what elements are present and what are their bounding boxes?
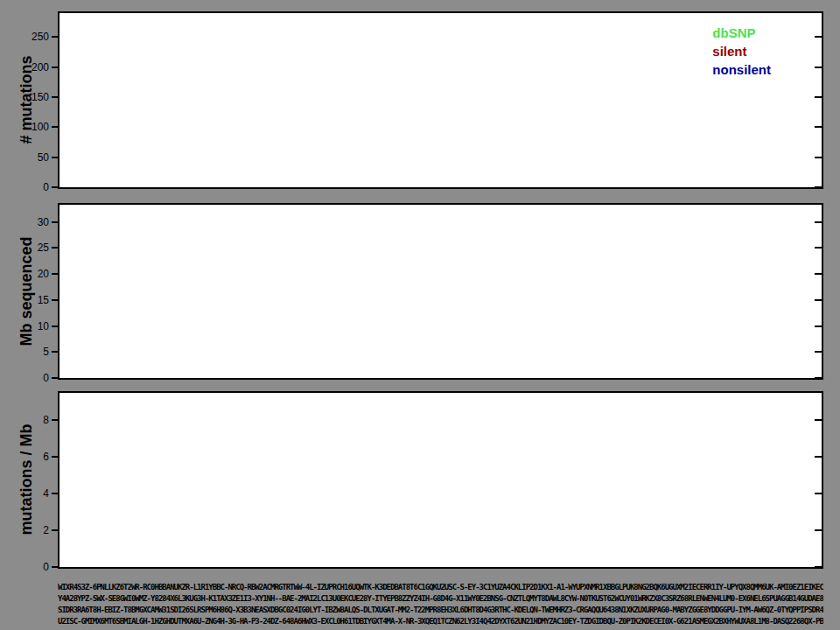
y-tick-mark [52,126,59,128]
y-tick-mark [815,96,822,98]
y-tick-mark [815,221,822,223]
y-tick-mark [815,126,822,128]
y-tick-mark [815,186,822,188]
y-tick-label: 0 [16,561,49,573]
y-tick-mark [52,273,59,275]
y-tick-mark [52,493,59,494]
y-tick-mark [52,157,59,158]
x-label-row: Y4A28YPZ-SWX-SE8GWI0WMZ-Y8284X6L3KUG3H-K… [58,594,823,604]
y-tick-label: 8 [16,414,49,426]
y-tick-label: 200 [16,61,49,74]
x-label-row: U2ISC-GMIMX6MT6SBMIALGH-1HZGHDUTMXA6U-ZN… [58,617,823,626]
y-tick-mark [52,66,59,68]
y-tick-label: 0 [16,372,49,384]
mutation-rate-bars [60,393,822,567]
legend-item-dbsnp: dbSNP [712,24,771,42]
y-tick-label: 25 [16,242,49,254]
y-tick-mark [815,351,822,353]
figure-canvas: # mutations Mb sequenced mutations / Mb … [0,0,840,630]
y-tick-mark [52,299,59,301]
x-label-row: WIXR4S3Z-6PNLLKZ6T2WR-RC0HBBANUKZR-L1R1Y… [58,583,823,592]
y-tick-mark [52,566,59,568]
y-tick-mark [815,326,822,327]
mutations-bars [60,13,822,187]
x-label-row: SIDR3RA6T8H-EBIZ-T8BMGXCAMW31SDI26SLRSPM… [58,606,823,615]
y-tick-mark [815,157,822,158]
y-tick-mark [815,66,822,68]
y-tick-label: 10 [16,320,49,332]
y-tick-mark [52,419,59,421]
y-tick-label: 15 [16,294,49,306]
x-tick-labels-illegible: WIXR4S3Z-6PNLLKZ6T2WR-RC0HBBANUKZR-L1R1Y… [58,583,823,626]
y-tick-label: 150 [16,91,49,103]
panel-mutation-rate: 02468 [58,391,823,569]
y-tick-mark [815,529,822,531]
y-tick-mark [52,351,59,353]
legend-item-silent: silent [712,42,771,60]
y-tick-label: 100 [16,121,49,133]
y-tick-mark [815,493,822,494]
y-tick-mark [52,186,59,188]
y-tick-mark [815,299,822,301]
y-tick-label: 50 [16,151,49,164]
y-tick-mark [815,456,822,458]
y-tick-label: 2 [16,524,49,536]
y-tick-mark [52,221,59,223]
y-tick-label: 4 [16,487,49,500]
y-tick-label: 5 [16,346,49,358]
y-tick-mark [52,96,59,98]
legend: dbSNP silent nonsilent [712,24,771,79]
y-tick-mark [52,377,59,379]
y-tick-label: 30 [16,216,49,228]
y-tick-label: 20 [16,268,49,280]
y-tick-mark [815,247,822,248]
y-axis-label-mutations-per-mb: mutations / Mb [18,424,36,536]
y-tick-mark [815,273,822,275]
y-tick-label: 250 [16,31,49,43]
y-tick-mark [815,36,822,38]
y-tick-mark [815,566,822,568]
y-tick-mark [52,456,59,458]
y-tick-mark [815,419,822,421]
y-tick-mark [52,247,59,248]
y-tick-label: 0 [16,181,49,193]
y-tick-mark [52,326,59,327]
legend-item-nonsilent: nonsilent [712,60,771,79]
mb-sequenced-bars [60,205,822,378]
y-tick-mark [815,377,822,379]
panel-mb-sequenced: 051015202530 [58,203,823,380]
y-tick-mark [52,529,59,531]
y-tick-label: 6 [16,451,49,463]
y-tick-mark [52,36,59,38]
panel-mutations: 050100150200250 dbSNP silent nonsilent [58,11,823,189]
